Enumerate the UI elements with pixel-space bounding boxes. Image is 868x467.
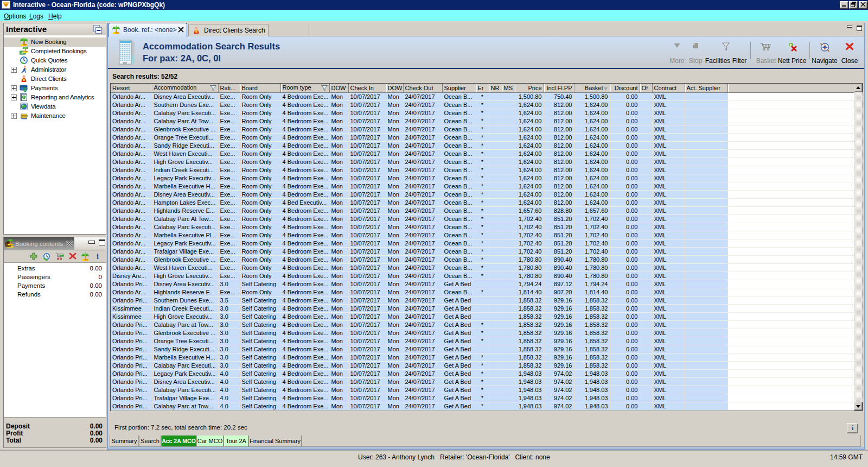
svg-text:i: i (97, 253, 99, 260)
svg-text:$: $ (23, 86, 27, 93)
